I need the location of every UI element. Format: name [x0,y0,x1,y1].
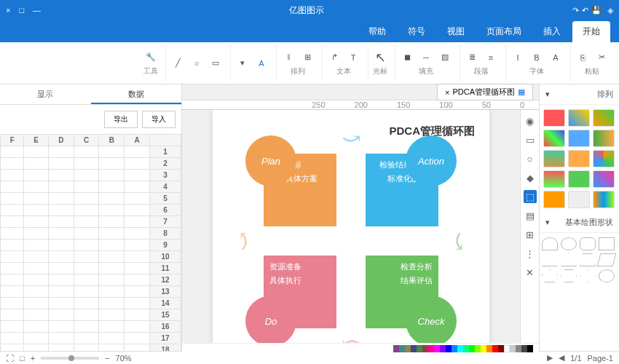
circle-shape-icon[interactable]: ○ [189,56,204,71]
color-swatch[interactable] [422,345,428,352]
minimize-button[interactable]: — [33,6,41,15]
vtool-table-icon[interactable]: ⊞ [524,228,537,241]
template-item[interactable] [568,150,590,167]
chevron-down-icon[interactable]: ▾ [545,90,550,99]
close-button[interactable]: × [6,6,10,15]
tab-start[interactable]: 开始 [572,21,610,42]
vtool-close-icon[interactable]: ✕ [524,266,537,279]
text-icon[interactable]: T [346,50,360,65]
color-swatch[interactable] [469,345,475,352]
color-swatch[interactable] [411,345,417,352]
group-icon[interactable]: ⊞ [300,50,315,65]
shapes-header[interactable]: 基本绘图形状▾ [540,213,619,233]
tab-display[interactable]: 显示 [0,84,91,104]
shape-trap[interactable] [580,253,596,266]
tab-data[interactable]: 数据 [91,84,182,104]
template-item[interactable] [568,130,590,147]
shape-tri2[interactable] [542,253,558,266]
template-item[interactable] [593,130,615,147]
color-swatch[interactable] [492,345,498,352]
vtool-grid-icon[interactable]: ▤ [524,209,537,222]
color-swatch[interactable] [521,345,527,352]
canvas[interactable]: PDCA管理循环图 ⤻ ⤻ ⤻ ⤻ Action Plan Do Check 检… [182,110,520,343]
color-swatch[interactable] [486,345,492,352]
template-item[interactable] [568,170,590,188]
lib-header[interactable]: 排列▾ [540,84,619,105]
template-item[interactable] [543,150,565,167]
export-button[interactable]: 导出 [104,111,138,128]
fill-icon[interactable]: ▨ [438,50,452,65]
shape-rect[interactable] [599,237,615,250]
vtool-select-icon[interactable]: ⬚ [524,190,537,203]
color-swatch[interactable] [457,345,463,352]
zoom-in-icon[interactable]: + [31,354,35,363]
quick-save-icon[interactable]: 💾 [591,6,602,15]
shape-pent[interactable] [542,269,558,282]
template-item[interactable] [593,170,615,188]
tool-icon[interactable]: 🔧 [143,50,158,65]
shape-tri[interactable] [561,253,577,266]
color-swatch[interactable] [428,345,434,352]
dropdown-icon[interactable]: ▾ [235,56,250,71]
template-item[interactable] [568,191,590,208]
color-swatch[interactable] [452,345,457,352]
zoom-slider[interactable] [41,357,99,360]
font-icon[interactable]: A [548,50,563,65]
shape-ellipse[interactable] [561,237,577,250]
color-swatch[interactable] [463,345,469,352]
quick-redo-icon[interactable]: ↷ [572,6,579,15]
do-circle[interactable]: Do [245,296,296,343]
copy-icon[interactable]: ⎘ [575,50,590,65]
zoom-value[interactable]: 70% [116,354,132,363]
color-swatch[interactable] [481,345,486,352]
paste-label[interactable]: 粘贴 [585,66,599,76]
cut-icon[interactable]: ✂ [594,50,609,65]
color-swatch[interactable] [393,345,399,352]
tab-help[interactable]: 帮助 [358,21,396,42]
vtool-more-icon[interactable]: ⋮ [524,247,537,260]
shape-circle[interactable] [599,269,615,282]
chevron-down-icon[interactable]: ▾ [545,218,550,227]
template-item[interactable] [543,191,565,208]
align-icon[interactable]: ⫴ [281,50,296,65]
color-swatch[interactable] [498,345,504,352]
tab-layout[interactable]: 页面布局 [476,21,532,42]
shape-rounded[interactable] [580,237,596,250]
color-swatch[interactable] [440,345,446,352]
vtool-circle-icon[interactable]: ○ [524,152,537,165]
template-item[interactable] [543,130,565,147]
color-swatch[interactable] [527,345,533,352]
import-button[interactable]: 导入 [142,111,176,128]
color-swatch[interactable] [446,345,452,352]
quick-undo-icon[interactable]: ↶ [582,6,588,15]
shape-arch[interactable] [542,237,558,250]
vtool-rect-icon[interactable]: ▭ [524,133,537,146]
pdca-diagram[interactable]: ⤻ ⤻ ⤻ ⤻ Action Plan Do Check 检验结果(有效)标准化… [264,154,438,328]
tab-view[interactable]: 视图 [437,21,475,42]
vtool-diamond-icon[interactable]: ◆ [524,171,537,184]
page[interactable]: PDCA管理循环图 ⤻ ⤻ ⤻ ⤻ Action Plan Do Check 检… [213,110,489,343]
template-item[interactable] [543,170,565,188]
shape-para[interactable] [597,253,617,266]
template-item[interactable] [568,109,590,127]
connector-icon[interactable]: ↱ [327,50,342,65]
color-swatch[interactable] [417,345,422,352]
shape-diamond[interactable] [580,269,596,282]
prev-page-icon[interactable]: ◀ [559,353,564,363]
template-item[interactable] [543,109,565,127]
color-swatch[interactable] [434,345,440,352]
document-tab[interactable]: ▦ PDCA管理循环图 × [437,84,533,100]
tab-insert[interactable]: 插入 [533,21,571,42]
italic-icon[interactable]: I [510,50,525,65]
color-swatch[interactable] [399,345,405,352]
template-item[interactable] [593,150,615,167]
template-item[interactable] [593,191,615,208]
rect-shape-icon[interactable]: ▭ [208,56,223,71]
color-a-icon[interactable]: A [254,56,269,71]
color-swatch[interactable] [510,345,516,352]
color-swatch[interactable] [475,345,481,352]
zoom-out-icon[interactable]: − [105,354,109,363]
action-circle[interactable]: Action [406,135,457,186]
shape-hex[interactable] [561,269,577,282]
shadow-icon[interactable]: ◼ [400,50,414,65]
